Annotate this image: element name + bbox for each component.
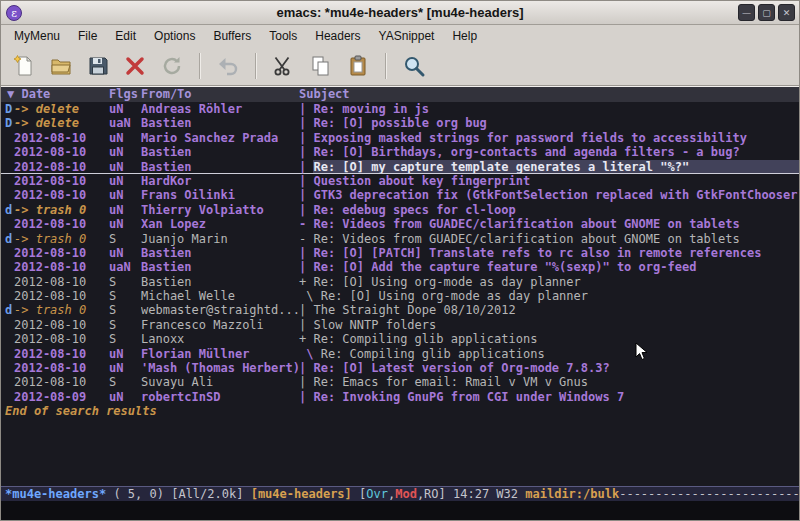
mark-char xyxy=(1,217,14,231)
mark-char xyxy=(1,160,14,173)
message-row[interactable]: 2012-08-10SBastien+ Re: [O] Using org-mo… xyxy=(1,275,799,289)
undo-icon xyxy=(216,54,240,78)
message-row[interactable]: 2012-08-10uNMario Sanchez Prada| Exposin… xyxy=(1,131,799,145)
message-row[interactable]: 2012-08-10uNBastien| Re: [O] Birthdays, … xyxy=(1,145,799,159)
mark-char: d xyxy=(1,232,14,246)
from-cell: Florian Müllner xyxy=(141,347,299,361)
message-row[interactable]: 2012-08-10uNFrans Oilinki| GTK3 deprecat… xyxy=(1,188,799,202)
thread-char: | xyxy=(299,260,313,274)
maximize-button[interactable]: ▢ xyxy=(758,4,775,21)
date-cell: 2012-08-09 xyxy=(14,390,88,404)
mark-char xyxy=(1,289,14,303)
close-button[interactable]: ✕ xyxy=(778,4,795,21)
message-row[interactable]: 2012-08-10uNBastien| Re: [O] [PATCH] Tra… xyxy=(1,246,799,260)
flags-cell: uaN xyxy=(109,116,141,130)
menu-item-buffers[interactable]: Buffers xyxy=(204,26,260,46)
open-file-button[interactable] xyxy=(46,51,76,81)
subject-cell: Re: edebug specs for cl-loop xyxy=(313,203,799,217)
message-row[interactable]: d-> trash 0SJuanjo Marin- Re: Videos fro… xyxy=(1,232,799,246)
date-cell: 2012-08-10 xyxy=(14,375,88,389)
paste-icon xyxy=(346,54,370,78)
svg-text:ε: ε xyxy=(11,7,17,20)
subject-cell: Re: Videos from GUADEC/clarification abo… xyxy=(313,217,799,231)
flags-cell: uN xyxy=(109,361,141,375)
message-row[interactable]: 2012-08-10SMichael Welle \ Re: [O] Using… xyxy=(1,289,799,303)
menu-item-mymenu[interactable]: MyMenu xyxy=(5,26,69,46)
menu-item-help[interactable]: Help xyxy=(443,26,486,46)
copy-icon xyxy=(309,54,333,78)
mark-char xyxy=(1,174,14,188)
message-row[interactable]: 2012-08-09uNrobertcInSD| Re: Invoking Gn… xyxy=(1,390,799,404)
minimize-button[interactable]: — xyxy=(738,4,755,21)
flags-cell: uN xyxy=(109,102,141,116)
date-cell: 2012-08-10 xyxy=(14,145,88,159)
menu-item-yasnippet[interactable]: YASnippet xyxy=(370,26,444,46)
subject-cell: Re: [O] Using org-mode as day planner xyxy=(313,275,799,289)
menu-item-options[interactable]: Options xyxy=(145,26,204,46)
from-cell: Michael Welle xyxy=(141,289,299,303)
thread-char: | xyxy=(299,361,313,375)
menu-item-edit[interactable]: Edit xyxy=(106,26,145,46)
message-row[interactable]: D-> deleteuaNBastien| Re: [O] possible o… xyxy=(1,116,799,130)
thread-char: | xyxy=(299,131,313,145)
thread-char: \ xyxy=(299,347,321,361)
message-row[interactable]: 2012-08-10uNHardKor| Question about key … xyxy=(1,174,799,188)
flags-cell: uN xyxy=(109,217,141,231)
from-cell: Bastien xyxy=(141,260,299,274)
subject-cell: The Straight Dope 08/10/2012 xyxy=(313,303,799,317)
from-cell: Bastien xyxy=(141,145,299,159)
subject-cell: Re: [O] Birthdays, org-contacts and agen… xyxy=(313,145,799,159)
copy-button[interactable] xyxy=(306,51,336,81)
paste-button[interactable] xyxy=(343,51,373,81)
date-cell: 2012-08-10 xyxy=(14,174,88,188)
mark-char xyxy=(1,275,14,289)
modeline-segment: maildir:/bulk xyxy=(525,487,619,501)
echo-area[interactable] xyxy=(1,501,799,520)
end-of-results: End of search results xyxy=(1,404,799,418)
column-header-from[interactable]: From/To xyxy=(141,87,299,102)
message-row[interactable]: d-> trash 0uNThierry Volpiatto| Re: edeb… xyxy=(1,203,799,217)
message-row[interactable]: 2012-08-10uNBastien| Re: [O] my capture … xyxy=(1,160,799,174)
modeline-segment: ( 5, 0) xyxy=(106,487,171,501)
message-row[interactable]: 2012-08-10uN'Mash (Thomas Herbert)| Re: … xyxy=(1,361,799,375)
column-header-subject[interactable]: Subject xyxy=(299,87,799,102)
from-cell: Bastien xyxy=(141,160,299,173)
modeline-segment: ,RO] xyxy=(417,487,453,501)
subject-cell: Slow NNTP folders xyxy=(313,318,799,332)
close-button[interactable] xyxy=(120,51,150,81)
message-row[interactable]: D-> deleteuNAndreas Röhler| Re: moving i… xyxy=(1,102,799,116)
cut-button[interactable] xyxy=(269,51,299,81)
toolbar-separator xyxy=(385,53,387,79)
message-row[interactable]: 2012-08-10uNXan Lopez- Re: Videos from G… xyxy=(1,217,799,231)
message-row[interactable]: 2012-08-10uNFlorian Müllner \ Re: Compil… xyxy=(1,347,799,361)
modeline: *mu4e-headers* ( 5, 0) [All/2.0k] [mu4e-… xyxy=(1,486,799,501)
menu-item-file[interactable]: File xyxy=(69,26,106,46)
subject-cell: Re: moving in js xyxy=(313,102,799,116)
toolbar-separator xyxy=(199,53,201,79)
message-row[interactable]: 2012-08-10uaNBastien| Re: [O] Add the ca… xyxy=(1,260,799,274)
flags-cell: S xyxy=(109,318,141,332)
message-row[interactable]: 2012-08-10SLanoxx+ Re: Compiling glib ap… xyxy=(1,332,799,346)
from-cell: Bastien xyxy=(141,116,299,130)
menu-item-headers[interactable]: Headers xyxy=(306,26,369,46)
from-cell: Bastien xyxy=(141,275,299,289)
message-row[interactable]: 2012-08-10SSuvayu Ali| Re: Emacs for ema… xyxy=(1,375,799,389)
flags-cell: S xyxy=(109,275,141,289)
flags-cell: uN xyxy=(109,188,141,202)
search-button[interactable] xyxy=(399,51,429,81)
column-header-date[interactable]: ▼ Date xyxy=(1,87,109,102)
mark-char xyxy=(1,260,14,274)
new-file-button[interactable] xyxy=(9,51,39,81)
menu-item-tools[interactable]: Tools xyxy=(260,26,306,46)
date-cell: -> trash 0 xyxy=(14,203,88,217)
column-header-flags[interactable]: Flgs xyxy=(109,87,141,102)
save-button[interactable] xyxy=(83,51,113,81)
date-cell: -> delete xyxy=(14,116,88,130)
message-row[interactable]: 2012-08-10SFrancesco Mazzoli| Slow NNTP … xyxy=(1,318,799,332)
subject-cell: Re: Compiling glib applications xyxy=(321,347,799,361)
mark-char: D xyxy=(1,102,14,116)
subject-cell: GTK3 deprecation fix (GtkFontSelection r… xyxy=(313,188,799,202)
subject-cell: Re: [O] Latest version of Org-mode 7.8.3… xyxy=(313,361,799,375)
message-row[interactable]: d-> trash 0Swebmaster@straightd...| The … xyxy=(1,303,799,317)
modeline-segment: Mod xyxy=(395,487,417,501)
